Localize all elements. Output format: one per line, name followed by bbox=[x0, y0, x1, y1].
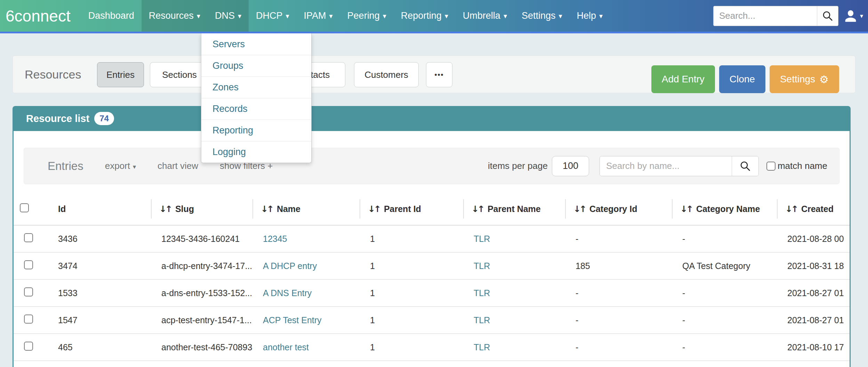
dns-menu-item-reporting[interactable]: Reporting bbox=[201, 120, 311, 141]
table-row: 1547acp-test-entry-1547-1...ACP Test Ent… bbox=[14, 307, 850, 334]
col-header-name[interactable]: ↓↑Name bbox=[252, 204, 360, 214]
parent_name-link[interactable]: TLR bbox=[474, 315, 490, 325]
name-link[interactable]: A DNS Entry bbox=[263, 288, 312, 298]
sort-icon: ↓↑ bbox=[159, 204, 171, 214]
cell-category_id: - bbox=[565, 234, 672, 244]
name-link[interactable]: another test bbox=[263, 342, 309, 352]
column-divider bbox=[360, 199, 360, 219]
cell-created: 2021-08-10 17 bbox=[777, 342, 851, 352]
row-checkbox[interactable] bbox=[24, 342, 33, 351]
tab-label: Entries bbox=[106, 70, 135, 80]
parent_name-link[interactable]: TLR bbox=[474, 261, 490, 271]
user-icon bbox=[843, 9, 858, 23]
name-link[interactable]: 12345 bbox=[263, 234, 287, 244]
name-link[interactable]: ACP Test Entry bbox=[263, 315, 322, 325]
items-per-page-input[interactable] bbox=[552, 156, 589, 176]
name-search-button[interactable] bbox=[732, 156, 758, 176]
tab-more[interactable]: ••• bbox=[426, 62, 452, 87]
nav-item-dashboard[interactable]: Dashboard bbox=[81, 0, 142, 32]
row-checkbox[interactable] bbox=[24, 287, 33, 296]
search-icon bbox=[822, 10, 834, 22]
search-icon bbox=[739, 160, 751, 172]
chevron-down-icon: ▾ bbox=[329, 12, 333, 20]
tab-sections[interactable]: Sections bbox=[150, 62, 209, 87]
button-label: Settings bbox=[780, 74, 815, 85]
brand-logo[interactable]: 6connect bbox=[0, 7, 73, 25]
global-search-input[interactable] bbox=[714, 6, 817, 26]
cell-category_name: QA Test Category bbox=[672, 261, 777, 271]
table-row: 465another-test-465-70893another test1TL… bbox=[14, 334, 850, 361]
dns-dropdown-menu: ServersGroupsZonesRecordsReportingLoggin… bbox=[201, 33, 312, 163]
parent_name-link[interactable]: TLR bbox=[474, 234, 490, 244]
dns-menu-item-servers[interactable]: Servers bbox=[201, 33, 311, 55]
items-per-page-label: items per page bbox=[488, 161, 548, 171]
nav-item-dns[interactable]: DNS ▾ bbox=[208, 0, 249, 32]
column-label: Parent Id bbox=[384, 204, 421, 214]
tab-label: Customers bbox=[364, 70, 408, 80]
nav-item-label: Dashboard bbox=[88, 10, 134, 21]
clone-button[interactable]: Clone bbox=[719, 65, 765, 93]
dns-menu-item-records[interactable]: Records bbox=[201, 98, 311, 120]
export-link[interactable]: export▾ bbox=[105, 161, 136, 171]
sort-icon: ↓↑ bbox=[573, 204, 585, 214]
select-all-checkbox[interactable] bbox=[20, 203, 29, 212]
chart-view-link[interactable]: chart view bbox=[158, 161, 198, 171]
cell-id: 3474 bbox=[52, 261, 151, 271]
match-name-checkbox[interactable] bbox=[766, 162, 775, 171]
column-divider bbox=[672, 199, 673, 219]
row-select-cell bbox=[14, 315, 52, 326]
tab-entries[interactable]: Entries bbox=[97, 62, 144, 87]
parent_name-link[interactable]: TLR bbox=[474, 288, 490, 298]
dns-menu-item-logging[interactable]: Logging bbox=[201, 141, 311, 163]
top-navbar: 6connect Dashboard Resources ▾ DNS ▾ DHC… bbox=[0, 0, 868, 33]
dns-menu-item-zones[interactable]: Zones bbox=[201, 76, 311, 98]
resource-list-body: Entries export▾ chart view show filters … bbox=[13, 131, 851, 367]
nav-item-umbrella[interactable]: Umbrella ▾ bbox=[456, 0, 514, 32]
col-header-category-id[interactable]: ↓↑Category Id bbox=[565, 204, 672, 214]
nav-item-label: Help bbox=[577, 10, 596, 21]
user-menu[interactable]: ▾ bbox=[843, 9, 863, 23]
chevron-down-icon: ▾ bbox=[286, 12, 289, 20]
cell-name: A DNS Entry bbox=[252, 288, 360, 298]
match-name: match name bbox=[766, 161, 827, 171]
tab-customers[interactable]: Customers bbox=[354, 62, 419, 87]
cell-parent_id: 1 bbox=[360, 315, 463, 325]
column-divider bbox=[777, 199, 778, 219]
dns-menu-item-groups[interactable]: Groups bbox=[201, 55, 311, 76]
nav-item-settings[interactable]: Settings ▾ bbox=[514, 0, 570, 32]
col-header-slug[interactable]: ↓↑Slug bbox=[151, 204, 252, 214]
name-search-input[interactable] bbox=[600, 156, 732, 176]
chevron-down-icon: ▾ bbox=[599, 12, 603, 20]
resource-list-title: Resource list bbox=[26, 113, 89, 124]
settings-button[interactable]: Settings ⚙ bbox=[770, 65, 839, 93]
row-checkbox[interactable] bbox=[24, 233, 33, 242]
main-nav: Dashboard Resources ▾ DNS ▾ DHCP ▾ IPAM … bbox=[81, 0, 610, 32]
nav-item-peering[interactable]: Peering ▾ bbox=[340, 0, 394, 32]
nav-item-resources[interactable]: Resources ▾ bbox=[142, 0, 208, 32]
row-checkbox[interactable] bbox=[24, 260, 33, 269]
sort-icon: ↓↑ bbox=[680, 204, 692, 214]
parent_name-link[interactable]: TLR bbox=[474, 342, 490, 352]
col-header-created[interactable]: ↓↑Created bbox=[777, 204, 851, 214]
chevron-down-icon: ▾ bbox=[197, 12, 200, 20]
col-header-parent-name[interactable]: ↓↑Parent Name bbox=[463, 204, 565, 214]
gear-icon: ⚙ bbox=[819, 73, 829, 85]
nav-item-label: Umbrella bbox=[463, 10, 500, 21]
sort-icon: ↓↑ bbox=[785, 204, 797, 214]
name-link[interactable]: A DHCP entry bbox=[263, 261, 317, 271]
nav-item-help[interactable]: Help ▾ bbox=[570, 0, 610, 32]
row-checkbox[interactable] bbox=[24, 315, 33, 324]
nav-item-ipam[interactable]: IPAM ▾ bbox=[297, 0, 340, 32]
col-header-category-name[interactable]: ↓↑Category Name bbox=[672, 204, 777, 214]
column-divider bbox=[151, 199, 152, 219]
column-divider bbox=[463, 199, 464, 219]
global-search-button[interactable] bbox=[817, 6, 838, 26]
nav-item-dhcp[interactable]: DHCP ▾ bbox=[249, 0, 297, 32]
cell-slug: a-dns-entry-1533-152... bbox=[151, 288, 252, 298]
nav-item-reporting[interactable]: Reporting ▾ bbox=[394, 0, 456, 32]
menu-item-label: Records bbox=[212, 104, 248, 114]
col-header-parent-id[interactable]: ↓↑Parent Id bbox=[360, 204, 463, 214]
cell-name: another test bbox=[252, 342, 360, 352]
add-entry-button[interactable]: Add Entry bbox=[651, 65, 715, 93]
resources-header-band: Resources EntriesSectionsContactsCustome… bbox=[13, 56, 855, 93]
